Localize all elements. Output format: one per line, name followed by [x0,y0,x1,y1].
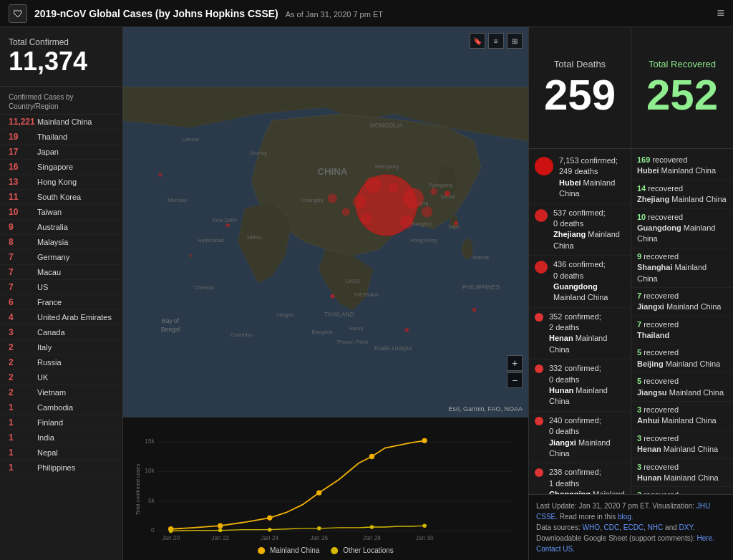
cdc-link[interactable]: CDC [604,523,620,531]
svg-point-50 [225,223,230,228]
recovered-list-item: 3 recoveredAnhui Mainland China [631,402,733,430]
country-count: 1 [9,463,37,473]
recovered-count: 10 [637,213,646,221]
death-list-item: 7,153 confirmed;249 deathsHubei Mainland… [529,152,631,204]
death-dot [535,365,543,373]
country-list-item[interactable]: 13Hong Kong [0,175,122,190]
country-list-item[interactable]: 7Germany [0,250,122,265]
dxy-link[interactable]: DXY [679,523,693,531]
svg-point-39 [422,206,432,217]
country-list-item[interactable]: 3Canada [0,325,122,340]
zoom-out-btn[interactable]: − [507,372,523,388]
svg-text:Colombo: Colombo [230,332,252,338]
svg-text:Taipei: Taipei [448,224,461,230]
deaths-column: 7,153 confirmed;249 deathsHubei Mainland… [529,149,631,494]
country-count: 8 [9,237,37,247]
country-name: Australia [37,223,68,231]
map-overlay-controls: 🔖 ≡ ⊞ [470,33,523,49]
map-container[interactable]: CHINA MONGOLIA NEPAL New Delhi LAOS VIET… [123,27,528,417]
menu-icon[interactable]: ≡ [717,6,724,21]
country-count: 1 [9,402,37,412]
country-count: 2 [9,372,37,382]
svg-point-35 [403,188,423,208]
country-list-item[interactable]: 2Russia [0,355,122,370]
country-list-item[interactable]: 16Singapore [0,160,122,175]
svg-point-76 [317,526,321,531]
country-name: France [37,298,62,306]
country-list-item[interactable]: 10Taiwan [0,205,122,220]
country-name: Germany [37,253,69,261]
blog-link[interactable]: blog. [618,513,634,521]
right-content: 7,153 confirmed;249 deathsHubei Mainland… [529,149,733,494]
main-layout: Total Confirmed 11,374 Confirmed Cases b… [0,27,733,560]
svg-text:Chennai: Chennai [194,284,214,291]
zoom-in-btn[interactable]: + [507,355,523,371]
grid-btn[interactable]: ⊞ [507,33,523,49]
country-list-item[interactable]: 6France [0,295,122,310]
country-list-item[interactable]: 1Nepal [0,445,122,460]
country-list-item[interactable]: 9Australia [0,220,122,235]
country-list-item[interactable]: 7US [0,280,122,295]
bookmark-btn[interactable]: 🔖 [470,33,485,49]
who-link[interactable]: WHO [582,523,599,531]
country-name: Cambodia [37,403,73,412]
info-footer: Last Update: Jan 31, 2020 7 pm ET. Visua… [529,494,733,560]
country-name: Finland [37,418,63,427]
country-list-item[interactable]: 1Philippines [0,460,122,475]
country-list-item[interactable]: 1India [0,430,122,445]
country-list-item[interactable]: 17Japan [0,145,122,160]
country-list-item[interactable]: 1Cambodia [0,400,122,415]
country-count: 6 [9,297,37,307]
recovered-list-item: 14 recoveredZhejiang Mainland China [631,180,733,209]
sidebar: Total Confirmed 11,374 Confirmed Cases b… [0,27,123,560]
death-list-item: 332 confirmed;0 deathsHunan Mainland Chi… [529,359,631,412]
total-confirmed-number: 11,374 [9,47,114,76]
recovered-label: Total Recovered [649,59,716,69]
recovered-count: 5 [637,348,641,357]
country-name: UK [37,373,48,382]
svg-point-74 [218,528,223,533]
death-info: 238 confirmed;1 deathsChongqing Mainland… [549,467,625,494]
svg-text:Pyongyang: Pyongyang [429,183,452,188]
country-list-item[interactable]: 2UK [0,370,122,385]
svg-point-36 [365,177,382,193]
country-list-item[interactable]: 8Malaysia [0,235,122,250]
svg-point-75 [268,528,272,532]
country-count: 17 [9,147,37,157]
country-count: 19 [9,132,37,142]
country-list-item[interactable]: 7Macau [0,265,122,280]
svg-text:Jan 24: Jan 24 [261,535,278,541]
country-name: Singapore [37,163,73,171]
country-list-item[interactable]: 2Italy [0,340,122,355]
death-list-item: 240 confirmed;0 deathsJiangxi Mainland C… [529,412,631,464]
contact-link[interactable]: Contact US. [536,545,575,553]
svg-text:Jan 20: Jan 20 [162,535,180,541]
deaths-list: 7,153 confirmed;249 deathsHubei Mainland… [529,149,631,494]
total-recovered-box: Total Recovered 252 [631,27,733,149]
country-list-item[interactable]: 11South Korea [0,190,122,205]
total-deaths-box: Total Deaths 259 [529,27,631,149]
death-dot [535,209,548,222]
recovered-count: 169 [637,155,650,164]
svg-text:Bengal: Bengal [161,326,180,333]
map-attribution: Esri, Garmin, FAO, NOAA [448,405,523,412]
country-list-item[interactable]: 11,221Mainland China [0,115,122,130]
here-link[interactable]: Here. [697,534,714,542]
list-btn[interactable]: ≡ [488,33,504,49]
country-list-item[interactable]: 1Finland [0,415,122,430]
svg-text:VIETNAM: VIETNAM [354,291,378,298]
country-list-item[interactable]: 19Thailand [0,130,122,145]
country-list-item[interactable]: 4United Arab Emirates [0,310,122,325]
country-count: 2 [9,342,37,352]
nhc-link[interactable]: NHC [648,523,664,531]
svg-text:Hong Kong: Hong Kong [410,237,437,243]
svg-point-37 [353,195,366,208]
country-count: 1 [9,448,37,458]
footer-update: Last Update: Jan 31, 2020 7 pm ET. Visua… [536,501,726,522]
recovered-count: 3 [637,405,641,414]
country-list-item[interactable]: 2Vietnam [0,385,122,400]
ecdc-link[interactable]: ECDC [623,523,644,531]
recovered-number: 252 [646,74,718,117]
zoom-controls: + − [507,355,523,388]
svg-point-77 [370,525,374,529]
